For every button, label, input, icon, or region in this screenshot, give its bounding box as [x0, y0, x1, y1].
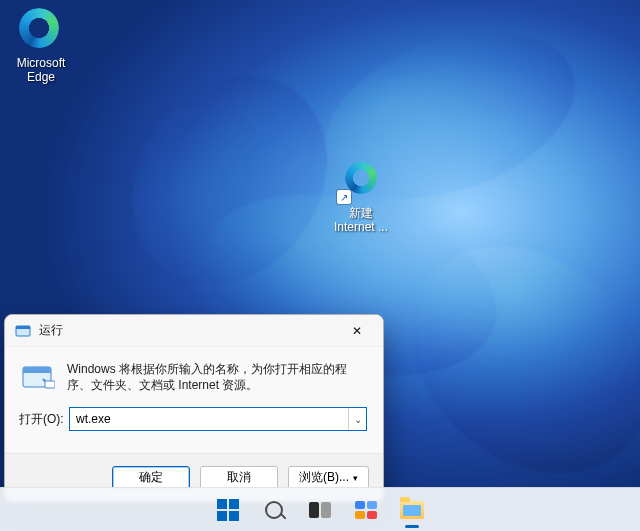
button-label: 确定: [139, 469, 163, 486]
ok-button[interactable]: 确定: [112, 466, 190, 490]
svg-rect-1: [16, 326, 30, 329]
close-icon: ✕: [352, 324, 362, 338]
search-icon: [262, 498, 286, 522]
dropdown-triangle-icon: ▾: [353, 473, 358, 483]
svg-rect-3: [23, 367, 51, 373]
edge-icon: [19, 8, 63, 52]
taskbar-start[interactable]: [208, 490, 248, 530]
close-button[interactable]: ✕: [337, 317, 377, 345]
edge-icon: ↗: [339, 158, 383, 202]
run-dialog-icon: [15, 323, 31, 339]
button-label: 取消: [227, 469, 251, 486]
desktop[interactable]: Microsoft Edge ↗ 新建 Internet ... 运行 ✕: [0, 0, 640, 531]
taskbar-task-view[interactable]: [300, 490, 340, 530]
desktop-icon-label: 新建 Internet ...: [334, 206, 388, 234]
desktop-icon-edge[interactable]: Microsoft Edge: [4, 8, 78, 84]
desktop-icon-new-internet-shortcut[interactable]: ↗ 新建 Internet ...: [324, 158, 398, 234]
file-explorer-icon: [400, 498, 424, 522]
dropdown-button[interactable]: ⌄: [348, 408, 366, 430]
taskbar-search[interactable]: [254, 490, 294, 530]
dialog-description: Windows 将根据你所输入的名称，为你打开相应的程序、文件夹、文档或 Int…: [67, 361, 367, 395]
titlebar[interactable]: 运行 ✕: [5, 315, 383, 347]
button-label: 浏览(B)...: [299, 469, 349, 486]
run-dialog: 运行 ✕ Windows 将根据你所输入的名称，为你打开相应的程序、文件夹、文档…: [4, 314, 384, 502]
taskbar: [0, 487, 640, 531]
shortcut-overlay-icon: ↗: [337, 190, 351, 204]
taskbar-explorer[interactable]: [392, 490, 432, 530]
chevron-down-icon: ⌄: [354, 414, 362, 425]
browse-button[interactable]: 浏览(B)...▾: [288, 466, 369, 490]
open-combobox[interactable]: ⌄: [69, 407, 367, 431]
open-input[interactable]: [70, 408, 348, 430]
svg-rect-4: [45, 381, 55, 388]
open-label: 打开(O):: [19, 411, 69, 428]
windows-start-icon: [216, 498, 240, 522]
taskbar-widgets[interactable]: [346, 490, 386, 530]
task-view-icon: [308, 498, 332, 522]
desktop-icon-label: Microsoft Edge: [17, 56, 66, 84]
dialog-title: 运行: [39, 322, 337, 339]
widgets-icon: [354, 498, 378, 522]
cancel-button[interactable]: 取消: [200, 466, 278, 490]
run-folder-icon: [21, 361, 55, 395]
